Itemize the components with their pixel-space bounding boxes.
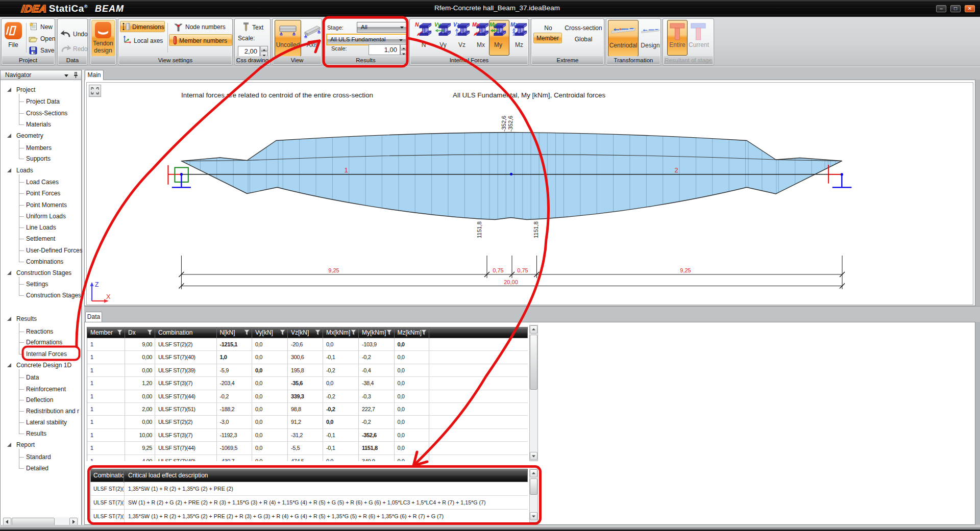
svg-text:-352,6: -352,6 — [501, 116, 507, 132]
svg-text:My: My — [489, 21, 498, 28]
svg-text:0,75: 0,75 — [493, 267, 503, 273]
svg-text:2: 2 — [674, 166, 678, 174]
svg-text:Vz: Vz — [453, 21, 460, 28]
svg-text:-352,6: -352,6 — [507, 116, 513, 132]
svg-text:0,75: 0,75 — [517, 267, 528, 273]
svg-text:1151,8: 1151,8 — [476, 221, 482, 238]
svg-text:N: N — [415, 21, 419, 28]
svg-text:Vy: Vy — [434, 21, 442, 28]
svg-text:Mx: Mx — [472, 21, 480, 28]
svg-text:1151,8: 1151,8 — [533, 221, 539, 238]
svg-text:Mz: Mz — [510, 21, 518, 28]
svg-text:9,25: 9,25 — [328, 267, 339, 273]
svg-text:1: 1 — [344, 166, 348, 174]
svg-text:Z: Z — [95, 281, 99, 288]
svg-text:9,25: 9,25 — [680, 267, 691, 273]
svg-text:X: X — [106, 293, 111, 300]
svg-text:20,00: 20,00 — [504, 279, 518, 285]
